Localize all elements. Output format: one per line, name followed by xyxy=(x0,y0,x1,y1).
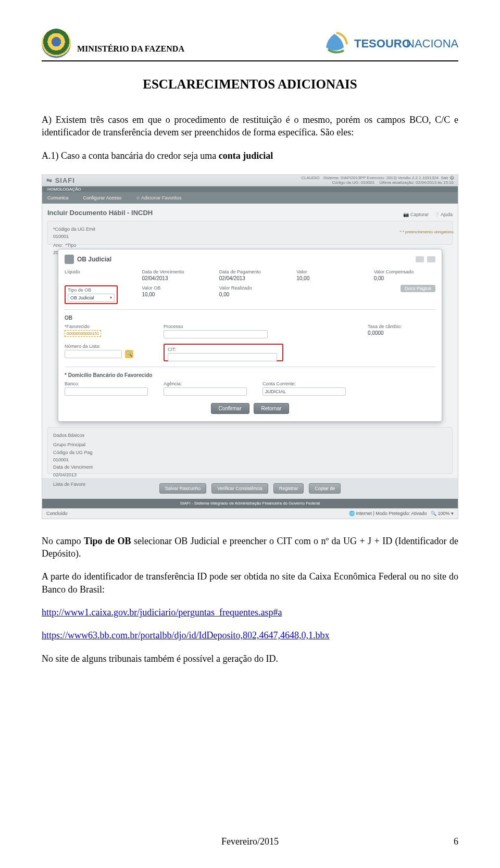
header-divider xyxy=(42,60,458,61)
search-icon[interactable]: 🔍 xyxy=(125,350,133,358)
case-a1-heading: A.1) Caso a conta bancária do credor sej… xyxy=(42,149,458,162)
obligatory-note: * * preenchimento obrigatório xyxy=(399,230,454,234)
banco-input[interactable] xyxy=(65,387,148,396)
siafi-logo: ⇋ SIAFI xyxy=(46,177,75,184)
modal-doc-icon xyxy=(65,255,74,264)
processo-input[interactable] xyxy=(164,330,268,338)
favorecido-value: 00000000000151 xyxy=(65,330,101,337)
docs-pgtos-button[interactable]: Docs Pagtos xyxy=(401,285,435,292)
footer-page-number: 6 xyxy=(454,836,458,847)
internet-icon: 🌐 xyxy=(349,511,355,516)
paragraph-tribunais: No site de alguns tribunais também é pos… xyxy=(42,652,458,665)
ob-judicial-modal: OB Judicial Líquido Data de Vencimento02… xyxy=(58,249,442,422)
cit-input[interactable] xyxy=(168,353,277,361)
agencia-input[interactable] xyxy=(164,387,247,396)
menu-adicionar-favoritos[interactable]: ☆ Adicionar Favoritos xyxy=(136,195,181,200)
ministry-label: MINISTÉRIO DA FAZENDA xyxy=(77,44,184,58)
status-concluido: Concluído xyxy=(46,511,68,516)
numero-lista-input[interactable] xyxy=(65,350,122,358)
siafi-footer: SIAFI - Sistema Integrado de Administraç… xyxy=(42,499,458,508)
homologacao-badge: HOMOLOGAÇÃO xyxy=(42,186,458,192)
link-caixa[interactable]: http://www1.caixa.gov.br/judiciario/perg… xyxy=(42,607,282,618)
tesouro-nacional-logo: TESOURO NACIONAL xyxy=(323,32,458,58)
modal-title: OB Judicial xyxy=(77,256,111,263)
link-bb[interactable]: https://www63.bb.com.br/portalbb/djo/id/… xyxy=(42,630,329,640)
domicilio-section-title: * Domicílio Bancário do Favorecido xyxy=(65,372,435,378)
page-header: MINISTÉRIO DA FAZENDA TESOURO NACIONAL xyxy=(42,29,458,58)
tipo-ob-select[interactable]: OB Judicial xyxy=(68,294,115,302)
bg-form-under: Dados Básicos Grupo Principal Código da … xyxy=(47,427,453,474)
bg-form-top: *Código da UG Emit 010001 Ano: *Tipo 201… xyxy=(47,221,453,245)
modal-help-icon[interactable] xyxy=(427,256,435,262)
brazil-seal-icon xyxy=(42,29,71,58)
page-title: ESCLARECIMENTOS ADICIONAIS xyxy=(42,77,458,92)
ajuda-link[interactable]: ❔ Ajuda xyxy=(434,212,453,217)
paragraph-tipo-ob: No campo Tipo de OB selecionar OB Judici… xyxy=(42,535,458,560)
confirmar-button[interactable]: Confirmar xyxy=(211,403,249,414)
menu-comunica[interactable]: Comunica xyxy=(47,195,69,200)
siafi-top-info: CLAUDIO Sistema: SIAFI2013PP Exercício: … xyxy=(301,175,454,185)
svg-text:TESOURO: TESOURO xyxy=(354,37,411,50)
menu-configurar-acesso[interactable]: Configurar Acesso xyxy=(83,195,122,200)
paragraph-id-info: A parte do identificador de transferênci… xyxy=(42,570,458,596)
cit-highlight: CIT: xyxy=(164,344,283,361)
ob-section-title: OB xyxy=(65,315,435,321)
conta-input[interactable]: JUDICIAL xyxy=(262,387,346,396)
retornar-button[interactable]: Retornar xyxy=(254,403,290,414)
browser-status-bar: Concluído 🌐 Internet | Modo Pretegido: A… xyxy=(42,508,458,519)
tipo-ob-highlight: Tipo de OB OB Judicial xyxy=(65,285,118,304)
incdh-title: Incluir Documento Hábil - INCDH xyxy=(47,209,153,217)
modal-camera-icon[interactable] xyxy=(416,256,424,262)
capturar-link[interactable]: 📷 Capturar xyxy=(403,212,429,217)
siafi-menubar: Comunica Configurar Acesso ☆ Adicionar F… xyxy=(42,192,458,204)
svg-text:NACIONAL: NACIONAL xyxy=(406,37,458,50)
intro-paragraph: A) Existem três casos em que o procedime… xyxy=(42,114,458,139)
siafi-screenshot: ⇋ SIAFI CLAUDIO Sistema: SIAFI2013PP Exe… xyxy=(42,174,458,519)
footer-date: Fevereiro/2015 xyxy=(0,836,500,847)
